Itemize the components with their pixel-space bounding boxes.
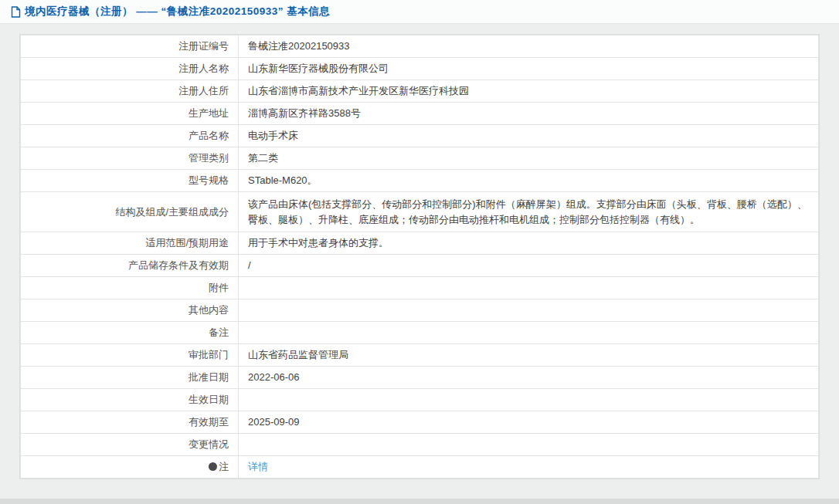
row-value <box>239 389 819 411</box>
table-row: 注册证编号鲁械注准20202150933 <box>21 36 819 58</box>
table-row: 适用范围/预期用途用于手术中对患者身体的支撑。 <box>21 232 819 255</box>
row-value: 第二类 <box>239 147 819 170</box>
row-value: 2022-06-06 <box>239 367 819 389</box>
row-value <box>239 322 819 344</box>
row-label: 备注 <box>21 322 239 344</box>
row-label: 适用范围/预期用途 <box>21 232 239 255</box>
row-value: 山东省淄博市高新技术产业开发区新华医疗科技园 <box>239 80 819 103</box>
row-label: 有效期至 <box>21 411 239 434</box>
row-value: STable-M620。 <box>239 170 819 192</box>
page-title: 境内医疗器械（注册） —— “鲁械注准20202150933” 基本信息 <box>25 5 330 19</box>
row-value: 电动手术床 <box>239 125 819 147</box>
table-row: 其他内容 <box>21 299 819 322</box>
row-label: 注册证编号 <box>21 36 239 58</box>
row-label: 生效日期 <box>21 389 239 411</box>
table-row: 注详情 <box>21 456 819 479</box>
row-value <box>239 299 819 322</box>
row-value: 用于手术中对患者身体的支撑。 <box>239 232 819 255</box>
row-label: 批准日期 <box>21 367 239 389</box>
row-label: 变更情况 <box>21 434 239 456</box>
row-label: 产品储存条件及有效期 <box>21 255 239 277</box>
row-label: 注册人名称 <box>21 58 239 80</box>
row-label: 审批部门 <box>21 344 239 367</box>
row-value: 山东省药品监督管理局 <box>239 344 819 367</box>
table-row: 产品储存条件及有效期/ <box>21 255 819 277</box>
detail-link[interactable]: 详情 <box>248 461 268 472</box>
table-row: 附件 <box>21 277 819 299</box>
row-value: 山东新华医疗器械股份有限公司 <box>239 58 819 80</box>
table-row: 审批部门山东省药品监督管理局 <box>21 344 819 367</box>
row-value: 鲁械注准20202150933 <box>239 36 819 58</box>
row-value: 2025-09-09 <box>239 411 819 434</box>
row-value <box>239 277 819 299</box>
row-label: 管理类别 <box>21 147 239 170</box>
table-row: 变更情况 <box>21 434 819 456</box>
row-label: 其他内容 <box>21 299 239 322</box>
row-value <box>239 434 819 456</box>
row-value: / <box>239 255 819 277</box>
row-label: 注册人住所 <box>21 80 239 103</box>
row-label: 注 <box>21 456 239 479</box>
footer-strip <box>0 499 839 504</box>
table-row: 生产地址淄博高新区齐祥路3588号 <box>21 103 819 125</box>
document-icon <box>11 6 21 18</box>
row-label: 结构及组成/主要组成成分 <box>21 192 239 232</box>
table-row: 结构及组成/主要组成成分该产品由床体(包括支撑部分、传动部分和控制部分)和附件（… <box>21 192 819 232</box>
table-row: 型号规格STable-M620。 <box>21 170 819 192</box>
row-label: 产品名称 <box>21 125 239 147</box>
table-row: 备注 <box>21 322 819 344</box>
page-header: 境内医疗器械（注册） —— “鲁械注准20202150933” 基本信息 <box>0 0 839 24</box>
table-row: 有效期至2025-09-09 <box>21 411 819 434</box>
row-label: 附件 <box>21 277 239 299</box>
table-row: 批准日期2022-06-06 <box>21 367 819 389</box>
note-icon <box>209 462 217 471</box>
row-label: 生产地址 <box>21 103 239 125</box>
row-value: 该产品由床体(包括支撑部分、传动部分和控制部分)和附件（麻醉屏架）组成。支撑部分… <box>239 192 819 232</box>
registration-info-table: 注册证编号鲁械注准20202150933注册人名称山东新华医疗器械股份有限公司注… <box>19 34 820 479</box>
table-row: 管理类别第二类 <box>21 147 819 170</box>
row-value: 详情 <box>239 456 819 479</box>
row-label: 型号规格 <box>21 170 239 192</box>
table-row: 注册人住所山东省淄博市高新技术产业开发区新华医疗科技园 <box>21 80 819 103</box>
table-row: 注册人名称山东新华医疗器械股份有限公司 <box>21 58 819 80</box>
row-value: 淄博高新区齐祥路3588号 <box>239 103 819 125</box>
table-row: 产品名称电动手术床 <box>21 125 819 147</box>
table-row: 生效日期 <box>21 389 819 411</box>
